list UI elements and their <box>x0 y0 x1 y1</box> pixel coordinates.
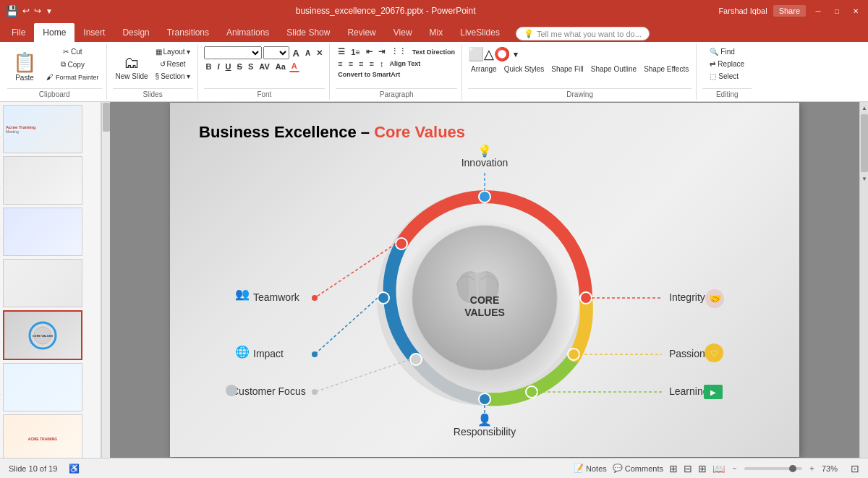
slide-10-thumb[interactable]: CORE VALUES <box>3 310 82 360</box>
share-button[interactable]: Share <box>773 5 806 17</box>
tab-liveslides[interactable]: LiveSlides <box>451 23 509 42</box>
user-name: Farshad Iqbal <box>718 7 767 15</box>
minimize-button[interactable]: ─ <box>812 4 825 17</box>
copy-button[interactable]: ⧉ Copy <box>43 59 102 70</box>
shapes-gallery[interactable]: ⬜△⭕ <box>468 46 510 62</box>
slide-panel-scrollbar[interactable] <box>101 102 110 458</box>
tab-review[interactable]: Review <box>339 23 384 42</box>
font-style-row: B I U S S AV Aa A <box>204 61 299 72</box>
zoom-in-button[interactable]: ＋ <box>808 463 816 474</box>
select-button[interactable]: ⬚ Select <box>707 71 741 82</box>
view-slide-sorter-button[interactable]: ⊞ <box>698 463 707 474</box>
tab-home[interactable]: Home <box>34 23 75 42</box>
format-painter-button[interactable]: 🖌 Format Painter <box>43 72 102 82</box>
tab-animations[interactable]: Animations <box>218 23 278 42</box>
align-center-button[interactable]: ≡ <box>346 59 355 69</box>
quick-styles-button[interactable]: Quick Styles <box>501 64 548 74</box>
paste-button[interactable]: 📋 Paste <box>7 46 42 87</box>
main-scrollbar[interactable]: ▲ ▼ <box>859 102 868 458</box>
new-slide-button[interactable]: 🗂 New Slide <box>113 46 151 87</box>
change-case-button[interactable]: Aa <box>273 61 288 72</box>
replace-button[interactable]: ⇄ Replace <box>707 59 747 69</box>
reset-button[interactable]: ↺ Reset <box>153 59 193 69</box>
svg-point-16 <box>378 292 389 304</box>
slide-11-thumb[interactable] <box>3 363 82 411</box>
view-reading-button[interactable]: 📖 <box>712 463 725 474</box>
shapes-more[interactable]: ▾ <box>511 49 520 60</box>
slide-7-thumb[interactable] <box>3 156 82 205</box>
passion-label: Passion <box>669 348 705 359</box>
increase-indent-button[interactable]: ⇥ <box>376 46 387 57</box>
tab-insert[interactable]: Insert <box>75 23 114 42</box>
main-scrollbar-thumb[interactable] <box>861 114 868 172</box>
editing-buttons: 🔍 Find ⇄ Replace ⬚ Select <box>707 45 747 88</box>
font-size-down-icon[interactable]: A <box>303 48 312 58</box>
tell-me-input[interactable]: 💡 Tell me what you want to do... <box>516 27 650 40</box>
char-spacing-button[interactable]: AV <box>257 61 271 72</box>
font-size-select[interactable] <box>263 46 289 59</box>
shape-fill-button[interactable]: Shape Fill <box>548 64 586 74</box>
layout-button[interactable]: ▦ Layout▾ <box>153 46 193 57</box>
slide-canvas[interactable]: Business Excellence – Core Values <box>170 103 799 457</box>
tab-mix[interactable]: Mix <box>421 23 452 42</box>
bold-button[interactable]: B <box>204 61 214 72</box>
main-scrollbar-up[interactable]: ▲ <box>860 102 868 114</box>
text-direction-button[interactable]: Text Direction <box>410 48 457 56</box>
underline-button[interactable]: U <box>224 61 234 72</box>
find-button[interactable]: 🔍 Find <box>707 46 737 57</box>
tab-view[interactable]: View <box>385 23 421 42</box>
fit-slide-button[interactable]: ⊡ <box>851 463 859 474</box>
justify-button[interactable]: ≡ <box>367 59 375 69</box>
decrease-indent-button[interactable]: ⇤ <box>364 46 375 57</box>
tab-file[interactable]: File <box>3 23 34 42</box>
zoom-out-button[interactable]: － <box>731 463 739 474</box>
arrange-button[interactable]: Arrange <box>468 64 500 74</box>
shadow-button[interactable]: S <box>246 61 255 72</box>
bullets-button[interactable]: ☰ <box>336 46 347 57</box>
notes-button[interactable]: 📝 Notes <box>574 464 607 473</box>
shape-effects-button[interactable]: Shape Effects <box>641 64 692 74</box>
strikethrough-button[interactable]: S <box>235 61 244 72</box>
window-controls: Farshad Iqbal Share ─ □ ✕ <box>718 4 862 17</box>
align-right-button[interactable]: ≡ <box>357 59 365 69</box>
italic-button[interactable]: I <box>216 61 222 72</box>
numbering-button[interactable]: 1≡ <box>349 47 362 57</box>
shape-outline-button[interactable]: Shape Outline <box>588 64 639 74</box>
main-scrollbar-down[interactable]: ▼ <box>860 173 868 184</box>
font-color-button[interactable]: A <box>289 61 299 72</box>
view-outline-button[interactable]: ⊟ <box>684 463 692 474</box>
tab-design[interactable]: Design <box>114 23 158 42</box>
section-button[interactable]: § Section▾ <box>153 71 193 82</box>
comments-button[interactable]: 💬 Comments <box>613 464 663 473</box>
save-icon[interactable]: 💾 <box>6 5 18 17</box>
slide-6-thumb[interactable]: Acme Training Meeting <box>3 105 82 153</box>
zoom-slider[interactable] <box>744 467 802 470</box>
innovation-label: Innovation <box>461 157 509 168</box>
align-left-button[interactable]: ≡ <box>336 59 344 69</box>
slide-12-thumb[interactable]: ACME TRAINING <box>3 414 82 458</box>
customize-icon[interactable]: ▼ <box>46 7 53 15</box>
slide-10-preview: CORE VALUES <box>4 312 81 359</box>
columns-button[interactable]: ⋮⋮ <box>388 46 409 57</box>
slide-8-thumb[interactable] <box>3 208 82 256</box>
font-family-select[interactable] <box>204 46 262 59</box>
align-text-button[interactable]: Align Text <box>387 59 422 68</box>
cut-button[interactable]: ✂ Cut <box>43 46 102 57</box>
slide-9-thumb[interactable] <box>3 259 82 307</box>
font-group: A A ✕ B I U S S AV Aa A Font <box>200 43 331 100</box>
zoom-level[interactable]: 73% <box>822 464 845 473</box>
slide-panel-scrollbar-thumb[interactable] <box>103 103 110 132</box>
zoom-slider-thumb[interactable] <box>789 465 796 472</box>
line-spacing-button[interactable]: ↕ <box>378 59 386 69</box>
tab-transitions[interactable]: Transitions <box>158 23 218 42</box>
redo-icon[interactable]: ↪ <box>34 6 41 16</box>
font-size-up-icon[interactable]: A <box>291 47 302 59</box>
undo-icon[interactable]: ↩ <box>22 6 30 16</box>
shapes-row: ⬜△⭕ ▾ <box>468 46 520 62</box>
maximize-button[interactable]: □ <box>830 4 843 17</box>
tab-slideshow[interactable]: Slide Show <box>278 23 339 42</box>
convert-smartart-button[interactable]: Convert to SmartArt <box>336 70 402 79</box>
view-normal-button[interactable]: ⊞ <box>669 463 678 474</box>
close-button[interactable]: ✕ <box>849 4 862 17</box>
clear-format-icon[interactable]: ✕ <box>314 48 325 59</box>
